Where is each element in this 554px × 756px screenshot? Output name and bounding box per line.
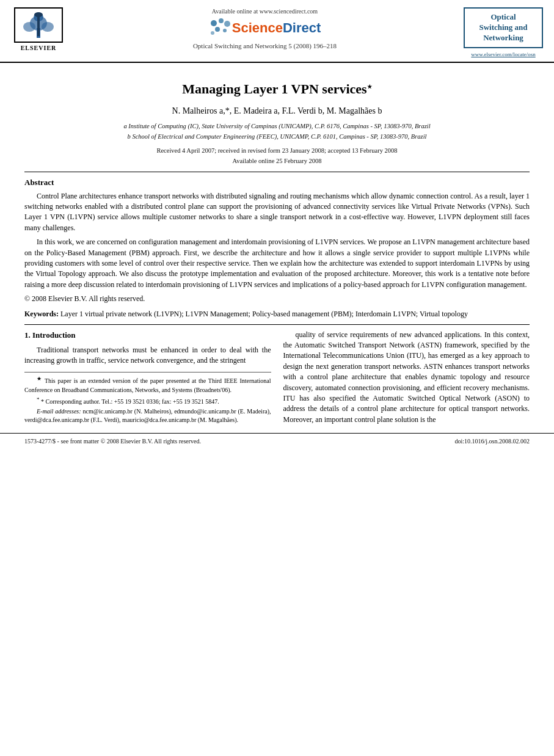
svg-point-11 (223, 29, 227, 32)
sciencedirect-icon (209, 18, 232, 38)
header-right: OpticalSwitching andNetworking www.elsev… (464, 7, 543, 58)
authors: N. Malheiros a,*, E. Madeira a, F.L. Ver… (24, 105, 530, 117)
main-content: Managing Layer 1 VPN services★ N. Malhei… (0, 63, 554, 428)
abstract-paragraph-2: In this work, we are concerned on config… (24, 237, 530, 290)
intro-left-text: Traditional transport networks must be e… (24, 345, 271, 366)
footnote-emails: E-mail addresses: ncm@ic.unicamp.br (N. … (24, 407, 271, 424)
available-online-date: Available online 25 February 2008 (24, 157, 530, 166)
elsevier-logo-icon (17, 10, 60, 40)
journal-url: www.elsevier.com/locate/osn (464, 51, 543, 59)
copyright: © 2008 Elsevier B.V. All rights reserved… (24, 294, 530, 304)
intro-right-text: quality of service requirements of new a… (283, 330, 530, 426)
journal-name: OpticalSwitching andNetworking (479, 12, 527, 42)
sciencedirect-text: ScienceDirect (232, 19, 321, 38)
footnote-corresponding: * * Corresponding author. Tel.: +55 19 3… (24, 396, 271, 406)
abstract-text: Control Plane architectures enhance tran… (24, 191, 530, 291)
sciencedirect-logo: ScienceDirect (209, 18, 321, 38)
header: ELSEVIER Available online at www.science… (0, 0, 554, 63)
svg-point-8 (219, 18, 224, 23)
abstract-paragraph-1: Control Plane architectures enhance tran… (24, 191, 530, 234)
page: ELSEVIER Available online at www.science… (0, 0, 554, 756)
svg-point-6 (34, 12, 43, 17)
affiliation-a: a Institute of Computing (IC), State Uni… (24, 122, 530, 131)
footer: 1573-4277/$ - see front matter © 2008 El… (0, 433, 554, 449)
introduction-right-column: quality of service requirements of new a… (283, 330, 530, 429)
footer-doi: doi:10.1016/j.osn.2008.02.002 (454, 437, 530, 446)
introduction-section: 1. Introduction Traditional transport ne… (24, 330, 530, 429)
elsevier-logo-box (14, 7, 63, 43)
received-dates: Received 4 April 2007; received in revis… (24, 147, 530, 156)
svg-point-9 (224, 21, 230, 27)
header-center: Available online at www.sciencedirect.co… (66, 7, 464, 51)
svg-point-10 (215, 27, 220, 32)
article-title: Managing Layer 1 VPN services★ (24, 80, 530, 99)
affiliation-b: b School of Electrical and Computer Engi… (24, 133, 530, 142)
svg-point-3 (42, 22, 54, 32)
journal-name-box: OpticalSwitching andNetworking (464, 7, 543, 48)
email-label: E-mail addresses: (37, 408, 81, 415)
svg-rect-5 (37, 15, 40, 36)
keywords-label: Keywords: (24, 310, 59, 318)
abstract-title: Abstract (24, 177, 530, 188)
divider-top (24, 172, 530, 172)
footnotes: ★ This paper is an extended version of t… (24, 372, 271, 424)
section-heading: 1. Introduction (24, 330, 271, 341)
svg-point-7 (211, 20, 217, 26)
introduction-left-column: 1. Introduction Traditional transport ne… (24, 330, 271, 429)
divider-middle (24, 324, 530, 325)
footer-issn: 1573-4277/$ - see front matter © 2008 El… (24, 437, 201, 446)
svg-point-2 (23, 22, 35, 32)
abstract-section: Abstract Control Plane architectures enh… (24, 177, 530, 304)
keywords: Keywords: Layer 1 virtual private networ… (24, 309, 530, 319)
journal-info: Optical Switching and Networking 5 (2008… (193, 42, 337, 51)
elsevier-text: ELSEVIER (21, 44, 57, 53)
available-online-text: Available online at www.sciencedirect.co… (212, 7, 318, 16)
keywords-text: Layer 1 virtual private network (L1VPN);… (60, 310, 468, 318)
svg-point-12 (211, 31, 214, 35)
footnote-star: ★ This paper is an extended version of t… (24, 375, 271, 394)
elsevier-logo: ELSEVIER (11, 7, 66, 53)
